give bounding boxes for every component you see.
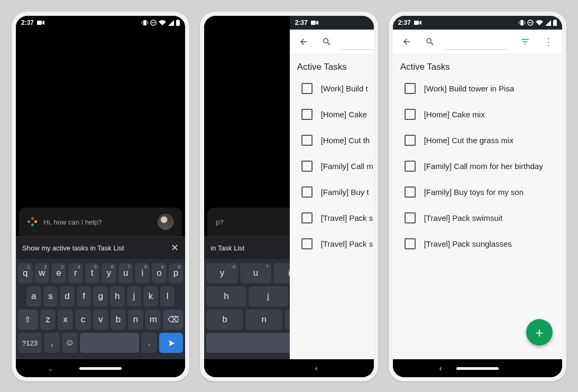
key-n[interactable]: n [128,310,143,330]
key-shift[interactable]: ⇧ [18,310,38,330]
key-u[interactable]: u7 [118,263,133,283]
key-n[interactable]: n [245,310,282,330]
key-e[interactable]: e3 [51,263,66,283]
svg-rect-15 [311,21,316,25]
task-row[interactable]: [Home] Cake mix [393,101,562,127]
checkbox-icon[interactable] [301,109,313,120]
key-space[interactable] [206,333,294,353]
nav-back-icon[interactable]: ‹ [439,364,442,372]
key-o[interactable]: o9 [152,263,167,283]
key-p[interactable]: p0 [169,263,184,283]
svg-rect-5 [152,22,155,23]
suggestion-bar[interactable]: in Task List ✕ [204,236,294,259]
key-y[interactable]: y6 [206,263,237,283]
task-row[interactable]: [Home] Cut the grass mix [393,127,562,153]
search-icon[interactable] [317,32,336,51]
phone-todo: 2:37 ⋮ Activ [389,12,566,381]
key-r[interactable]: r4 [68,263,83,283]
key-h[interactable]: h [206,286,246,306]
key-a[interactable]: a [26,286,41,306]
key-f[interactable]: f [77,286,91,306]
nav-home-pill[interactable] [79,367,122,370]
key-w[interactable]: w2 [35,263,50,283]
task-row[interactable]: [Travel] Pack s [290,205,374,231]
key-send[interactable]: ➤ [159,333,183,353]
filter-icon[interactable] [516,32,535,51]
key-comma[interactable]: , [44,333,60,353]
user-avatar[interactable] [158,214,173,230]
key-v[interactable]: v [93,310,108,330]
vibrate-icon [519,20,525,26]
svg-rect-23 [554,20,556,21]
task-row[interactable]: [Family] Buy toys for my son [393,179,562,205]
key-d[interactable]: d [60,286,75,306]
key-backspace[interactable]: ⌫ [163,310,183,330]
task-row[interactable]: [Home] Cake [290,101,374,127]
key-l[interactable]: l [160,286,175,306]
todo-toolbar: ⋮ [393,30,562,54]
key-symbols[interactable]: ?123 [18,333,42,353]
checkbox-icon[interactable] [301,135,313,146]
key-s[interactable]: s [43,286,58,306]
key-j[interactable]: j [249,286,288,306]
key-y[interactable]: y6 [102,263,116,283]
checkbox-icon[interactable] [405,135,416,146]
checkbox-icon[interactable] [405,238,416,249]
back-button[interactable] [294,32,313,51]
more-icon[interactable]: ⋮ [539,32,558,51]
section-title: Active Tasks [393,54,562,76]
checkbox-icon[interactable] [301,161,313,172]
task-row[interactable]: [Travel] Pack sunglasses [393,231,562,257]
key-b[interactable]: b [206,310,243,330]
close-icon[interactable]: ✕ [171,242,179,254]
key-b[interactable]: b [111,310,126,330]
key-emoji[interactable]: ☺ [62,333,78,353]
key-z[interactable]: z [40,310,56,330]
checkbox-icon[interactable] [405,109,416,120]
chevron-down-icon[interactable]: ⌄ [48,365,53,372]
svg-rect-2 [142,21,142,24]
task-row[interactable]: [Family] Buy t [290,179,374,205]
soft-keyboard: y6 u7 i8 o9 p0 h j k l [204,259,294,359]
task-row[interactable]: [Travel] Pack s [290,231,374,257]
key-u[interactable]: u7 [240,263,271,283]
checkbox-icon[interactable] [405,161,416,172]
key-t[interactable]: t5 [85,263,100,283]
suggestion-bar[interactable]: Show my active tasks in Task List ✕ [16,236,185,259]
signal-icon [545,20,551,26]
search-icon[interactable] [420,32,439,51]
checkbox-icon[interactable] [301,186,313,198]
search-input[interactable] [444,34,508,50]
kb-row-3: ⇧ z x c v b n m ⌫ [18,310,183,330]
key-c[interactable]: c [75,310,90,330]
checkbox-icon[interactable] [301,238,313,249]
back-button[interactable] [397,32,416,51]
key-q[interactable]: q1 [18,263,33,283]
key-k[interactable]: k [143,286,158,306]
task-row[interactable]: [Family] Call mom for her birthday [393,153,562,179]
task-row[interactable]: [Work] Build t [290,76,374,101]
task-row[interactable]: [Travel] Pack swimsuit [393,205,562,231]
fab-add-button[interactable]: ＋ [526,319,553,346]
checkbox-icon[interactable] [405,83,416,94]
key-g[interactable]: g [93,286,108,306]
nav-bar: ⌄ [16,359,185,377]
key-m[interactable]: m [145,310,161,330]
key-i[interactable]: i8 [135,263,150,283]
task-row[interactable]: [Family] Call m [290,153,374,179]
nav-home-pill[interactable] [456,367,499,370]
key-space[interactable] [80,333,139,353]
task-row[interactable]: [Work] Build tower in Pisa [393,76,562,101]
checkbox-icon[interactable] [405,212,416,223]
task-row[interactable]: [Home] Cut th [290,127,374,153]
key-j[interactable]: j [127,286,142,306]
checkbox-icon[interactable] [301,212,313,223]
checkbox-icon[interactable] [301,83,313,94]
key-period[interactable]: . [141,333,157,353]
checkbox-icon[interactable] [405,186,416,198]
search-input[interactable] [341,34,374,50]
assistant-logo-icon [27,217,37,227]
key-h[interactable]: h [110,286,125,306]
key-x[interactable]: x [58,310,73,330]
nav-back-icon[interactable]: ‹ [315,364,318,372]
